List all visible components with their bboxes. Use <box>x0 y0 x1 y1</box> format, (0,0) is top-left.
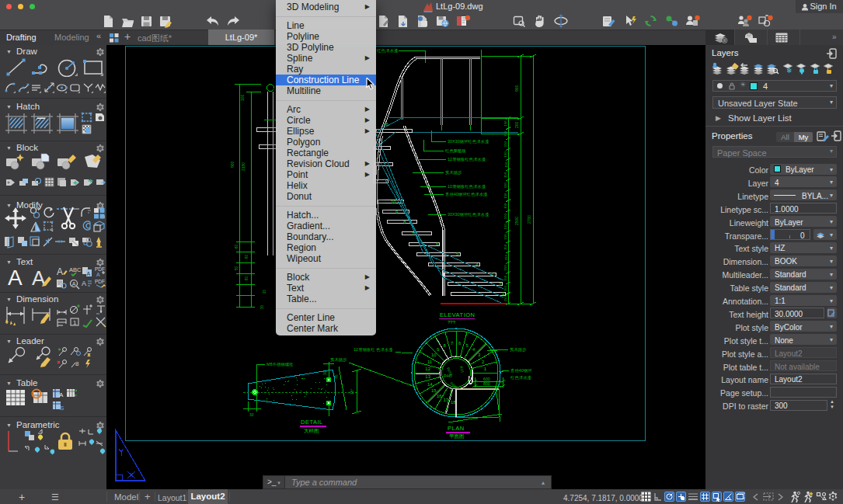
svg-text:PDF: PDF <box>95 266 105 272</box>
svg-text:直径40钢管红色泽水漆: 直径40钢管红色泽水漆 <box>445 192 488 197</box>
svg-text:30: 30 <box>323 370 327 375</box>
svg-text:10厘钢板红色泽水漆: 10厘钢板红色泽水漆 <box>448 184 486 189</box>
svg-text:17: 17 <box>444 398 449 402</box>
svg-text:2: 2 <box>499 282 502 287</box>
svg-text:150: 150 <box>504 265 508 271</box>
svg-text:9: 9 <box>437 347 440 352</box>
svg-text:11: 11 <box>427 360 433 364</box>
svg-text:12: 12 <box>425 367 430 371</box>
svg-text:150: 150 <box>504 213 508 219</box>
svg-text:100: 100 <box>240 94 245 101</box>
svg-text:16: 16 <box>437 394 442 398</box>
svg-text:150: 150 <box>504 193 508 199</box>
svg-text:2500: 2500 <box>514 217 519 225</box>
svg-text:12厘钢板红 色泽水漆: 12厘钢板红 色泽水漆 <box>354 347 393 353</box>
svg-text:150: 150 <box>504 234 508 240</box>
svg-text:ELEVATION: ELEVATION <box>440 311 475 318</box>
svg-text:9: 9 <box>395 210 399 214</box>
svg-text:M8不锈钢螺栓: M8不锈钢螺栓 <box>266 362 294 367</box>
svg-text:60: 60 <box>245 254 249 259</box>
svg-text:30: 30 <box>260 304 264 309</box>
svg-text:150: 150 <box>504 141 508 148</box>
svg-text:A: A <box>82 280 86 287</box>
svg-text:35: 35 <box>334 374 339 379</box>
svg-text:900: 900 <box>230 161 235 168</box>
svg-text:150: 150 <box>504 162 508 168</box>
svg-text:30: 30 <box>249 413 254 417</box>
svg-text:???: ??? <box>448 320 456 325</box>
svg-text:A: A <box>8 266 23 289</box>
svg-text:900: 900 <box>514 85 519 92</box>
svg-text:150: 150 <box>504 224 508 230</box>
svg-text:800: 800 <box>483 381 490 386</box>
svg-text:50: 50 <box>235 266 239 270</box>
svg-text:实木踏步: 实木踏步 <box>445 170 462 175</box>
svg-text:7: 7 <box>451 341 454 346</box>
svg-text:15°: 15° <box>350 388 354 395</box>
svg-text:14: 14 <box>427 382 433 387</box>
svg-text:8: 8 <box>403 220 406 224</box>
svg-text:8: 8 <box>444 343 447 348</box>
svg-text:60: 60 <box>245 276 249 280</box>
svg-text:直径40钢管: 直径40钢管 <box>510 368 532 374</box>
svg-text:红色聚酯板: 红色聚酯板 <box>445 148 467 154</box>
svg-text:A: A <box>71 280 75 286</box>
svg-text:3: 3 <box>478 353 481 357</box>
svg-text:A: A <box>59 391 64 398</box>
svg-text:PDF: PDF <box>95 279 105 284</box>
svg-text:平面图: 平面图 <box>449 433 465 439</box>
svg-text:红色泽水漆: 红色泽水漆 <box>510 375 532 381</box>
svg-text:DETAIL: DETAIL <box>301 419 323 426</box>
svg-text:150: 150 <box>504 203 508 209</box>
svg-text:❄: ❄ <box>786 67 792 75</box>
svg-text:150: 150 <box>504 244 508 250</box>
svg-text:6: 6 <box>458 341 462 346</box>
svg-text:S: S <box>60 405 64 412</box>
svg-text:PLAN: PLAN <box>448 425 465 432</box>
svg-text:150: 150 <box>504 255 508 261</box>
svg-text:12厘钢板红色泽水漆: 12厘钢板红色泽水漆 <box>448 157 486 162</box>
svg-text:实木踏步: 实木踏步 <box>510 347 527 352</box>
svg-text:150: 150 <box>504 172 508 178</box>
svg-text:20: 20 <box>263 289 266 294</box>
svg-text:1: 1 <box>73 319 77 326</box>
svg-text:红色泽水漆: 红色泽水漆 <box>377 48 399 54</box>
svg-text:150: 150 <box>504 120 508 127</box>
svg-text:150: 150 <box>504 182 508 189</box>
svg-text:2700: 2700 <box>527 215 531 224</box>
svg-text:15: 15 <box>431 388 437 393</box>
svg-text:8: 8 <box>75 360 79 367</box>
svg-text:18: 18 <box>451 400 456 405</box>
svg-text:实木踏步: 实木踏步 <box>330 357 347 362</box>
svg-text:2150: 2150 <box>241 162 246 171</box>
svg-text:A: A <box>57 266 63 277</box>
svg-text:10: 10 <box>431 353 437 357</box>
svg-text:2: 2 <box>482 360 485 364</box>
svg-text:150: 150 <box>504 151 508 158</box>
svg-text:R445: R445 <box>444 374 452 378</box>
svg-text:4: 4 <box>475 262 479 267</box>
svg-text:200: 200 <box>514 121 519 128</box>
svg-text:150: 150 <box>504 285 508 291</box>
svg-text:4: 4 <box>472 347 475 352</box>
svg-text:150: 150 <box>504 275 508 281</box>
svg-text:A: A <box>96 272 100 277</box>
svg-text:10: 10 <box>391 200 396 204</box>
svg-text:A: A <box>87 271 91 276</box>
svg-text:13: 13 <box>425 374 430 379</box>
svg-text:大样图: 大样图 <box>304 428 319 433</box>
svg-text:1: 1 <box>484 367 487 371</box>
svg-text:ABC: ABC <box>69 266 81 273</box>
svg-text:30X30钢管红色泽水漆: 30X30钢管红色泽水漆 <box>448 212 489 217</box>
svg-text:30X30钢管红色泽水漆: 30X30钢管红色泽水漆 <box>448 139 489 144</box>
svg-text:150: 150 <box>504 296 508 302</box>
svg-text:60: 60 <box>235 244 239 249</box>
svg-text:5: 5 <box>466 343 469 348</box>
svg-text:R13: R13 <box>459 366 465 374</box>
